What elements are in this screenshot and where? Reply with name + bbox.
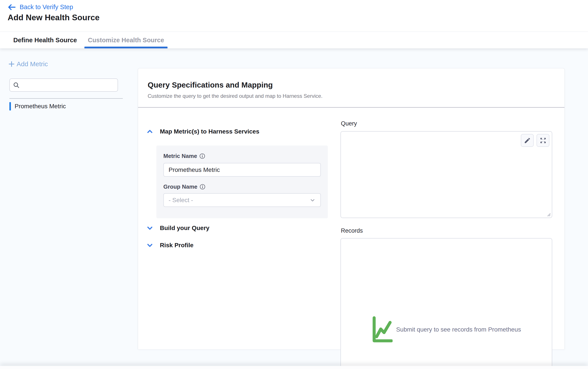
metric-item-label: Prometheus Metric (15, 103, 66, 110)
query-specifications-panel: Query Specifications and Mapping Customi… (138, 68, 565, 349)
back-arrow-icon (8, 4, 16, 10)
edit-query-button[interactable] (521, 134, 534, 147)
info-icon[interactable] (200, 184, 205, 190)
fullscreen-icon (540, 137, 546, 144)
section-label: Map Metric(s) to Harness Services (160, 128, 259, 135)
add-new-health-source-screen: Back to Verify Step Add New Health Sourc… (0, 0, 588, 369)
expand-query-button[interactable] (536, 134, 549, 147)
footer-bar (0, 366, 588, 369)
metric-name-label: Metric Name (163, 153, 197, 160)
query-label: Query (341, 120, 357, 127)
metric-search (9, 79, 118, 92)
selected-indicator (9, 102, 11, 110)
page-header: Back to Verify Step Add New Health Sourc… (0, 0, 588, 32)
tab-customize-health-source[interactable]: Customize Health Source (88, 32, 164, 48)
select-placeholder: - Select - (168, 197, 193, 204)
search-icon (13, 82, 20, 89)
panel-title: Query Specifications and Mapping (148, 80, 555, 89)
back-link-label: Back to Verify Step (20, 3, 73, 11)
plus-icon (8, 61, 15, 67)
metric-name-input[interactable] (163, 163, 321, 177)
line-chart-icon (372, 316, 393, 343)
group-name-select[interactable]: - Select - (163, 193, 321, 207)
sidebar-divider (9, 98, 123, 99)
pencil-icon (524, 137, 531, 144)
chevron-up-icon (146, 128, 153, 135)
panel-head: Query Specifications and Mapping Customi… (138, 68, 565, 99)
panel-subtitle: Customize the query to get the desired o… (148, 93, 555, 99)
add-metric-label: Add Metric (17, 60, 48, 68)
resize-handle[interactable] (546, 212, 551, 217)
section-build-your-query[interactable]: Build your Query (146, 225, 209, 231)
info-icon[interactable] (199, 153, 205, 159)
active-tab-indicator (84, 47, 168, 48)
query-textarea[interactable] (340, 131, 552, 218)
section-map-metrics[interactable]: Map Metric(s) to Harness Services (146, 128, 259, 135)
section-label: Risk Profile (160, 242, 193, 249)
chevron-down-icon (146, 225, 153, 231)
chevron-down-icon (309, 197, 315, 203)
metric-name-label-row: Metric Name (163, 153, 321, 159)
page-title: Add New Health Source (8, 13, 100, 22)
tab-label: Customize Health Source (88, 37, 164, 44)
metric-list-item[interactable]: Prometheus Metric (9, 102, 66, 110)
section-label: Build your Query (160, 225, 209, 231)
panel-head-divider (138, 107, 565, 108)
tab-bar: Define Health Source Customize Health So… (0, 32, 588, 48)
records-empty-text: Submit query to see records from Prometh… (396, 326, 521, 333)
back-link[interactable]: Back to Verify Step (8, 3, 73, 11)
records-panel: Submit query to see records from Prometh… (340, 238, 552, 369)
group-name-label-row: Group Name (163, 183, 321, 190)
records-label: Records (341, 227, 363, 234)
section-risk-profile[interactable]: Risk Profile (146, 242, 193, 249)
tab-label: Define Health Source (13, 37, 77, 44)
add-metric-button[interactable]: Add Metric (8, 60, 48, 68)
query-actions (521, 134, 549, 147)
map-metric-form-card: Metric Name Group Name (156, 146, 328, 218)
content-area: Add Metric Prometheus Metric Query Speci… (0, 48, 588, 369)
group-name-label: Group Name (163, 183, 197, 190)
chevron-down-icon (146, 242, 153, 249)
tab-define-health-source[interactable]: Define Health Source (13, 32, 77, 48)
search-input[interactable] (22, 81, 115, 89)
